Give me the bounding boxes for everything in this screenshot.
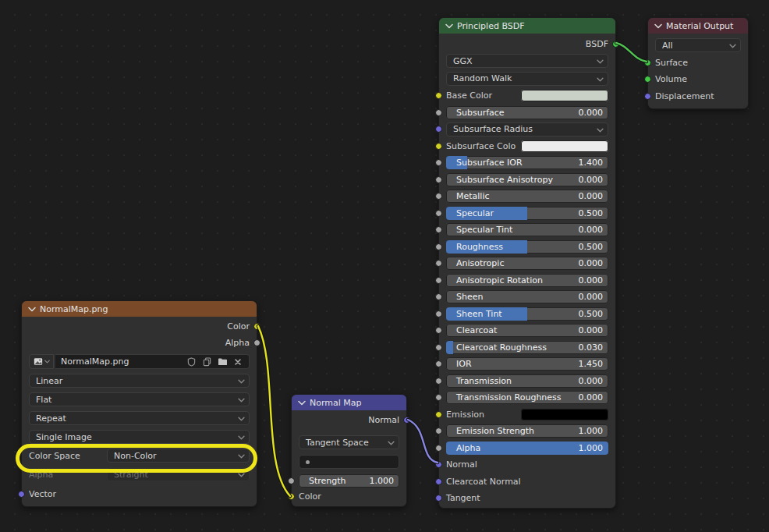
socket-sheen-tint-input[interactable] — [435, 310, 442, 317]
clearcoat-slider[interactable]: Clearcoat0.000 — [446, 324, 608, 337]
socket-alpha-input[interactable] — [435, 445, 442, 452]
socket-sheen-input[interactable] — [435, 293, 442, 300]
anisotropic-rotation-slider[interactable]: Anisotropic Rotation0.000 — [446, 274, 608, 287]
material-output-node-header[interactable]: Material Output — [648, 18, 748, 34]
subsurface-anisotropy-slider[interactable]: Subsurface Anisotropy0.000 — [446, 173, 608, 186]
alpha-label: Alpha — [456, 443, 480, 453]
subsurface-anisotropy-label: Subsurface Anisotropy — [456, 175, 553, 185]
normal-map-node-header[interactable]: Normal Map — [292, 395, 406, 410]
transmission-roughness-slider[interactable]: Transmission Roughness0.000 — [446, 391, 608, 404]
socket-emission-strength-input[interactable] — [435, 427, 442, 434]
linear-dropdown[interactable]: Linear — [29, 374, 250, 388]
target-dropdown-value: All — [662, 41, 673, 51]
strength-slider[interactable]: Strength1.000 — [299, 474, 399, 488]
socket-roughness-input[interactable] — [435, 243, 442, 250]
tangent-space-dropdown[interactable]: Tangent Space — [299, 435, 399, 449]
socket-clearcoat-normal-input[interactable] — [435, 478, 442, 485]
input-row-surface: Surface — [655, 56, 741, 69]
sheen-tint-value: 0.500 — [579, 309, 604, 319]
subsurface-colo-color-swatch[interactable] — [521, 140, 608, 152]
wire-color-outline — [258, 326, 290, 496]
socket-displacement-input[interactable] — [644, 93, 651, 100]
socket-base-color-input[interactable] — [435, 92, 442, 99]
socket-color-input[interactable] — [288, 493, 295, 500]
flat-dropdown[interactable]: Flat — [29, 392, 250, 406]
node-editor-canvas[interactable]: NormalMap.png ColorAlphaNormalMap.pngLin… — [0, 0, 769, 532]
material-output-node[interactable]: Material Output AllSurfaceVolumeDisplace… — [647, 17, 749, 109]
socket-emission-input[interactable] — [435, 411, 442, 418]
menu-row-flat: Flat — [29, 392, 250, 406]
principled-bsdf-node[interactable]: Principled BSDF BSDFGGXRandom WalkBase C… — [438, 17, 616, 509]
image-texture-node-header[interactable]: NormalMap.png — [22, 301, 257, 317]
sheen-slider[interactable]: Sheen0.000 — [446, 290, 608, 303]
sheen-tint-slider[interactable]: Sheen Tint0.500 — [446, 307, 608, 321]
metallic-slider[interactable]: Metallic0.000 — [446, 190, 608, 203]
normal-map-node[interactable]: Normal Map NormalTangent SpaceStrength1.… — [291, 394, 407, 507]
close-icon[interactable] — [230, 356, 246, 367]
socket-specular-input[interactable] — [435, 210, 442, 217]
base-color-color-swatch[interactable] — [521, 90, 608, 101]
socket-specular-tint-input[interactable] — [435, 226, 442, 233]
socket-clearcoat-input[interactable] — [435, 327, 442, 334]
copy-icon[interactable] — [199, 356, 214, 367]
param-row-anisotropic: Anisotropic0.000 — [446, 257, 608, 270]
socket-bsdf-output[interactable] — [612, 41, 619, 48]
socket-subsurface-radius-input[interactable] — [435, 126, 442, 133]
color-space-dropdown[interactable]: Non-Color — [107, 449, 250, 463]
socket-subsurface-ior-input[interactable] — [435, 159, 442, 166]
param-row-subsurface-radius: Subsurface Radius — [446, 122, 608, 136]
input-row-volume: Volume — [655, 73, 741, 86]
socket-strength-input[interactable] — [288, 477, 295, 484]
uv-map-field[interactable] — [299, 455, 399, 469]
socket-color-output[interactable] — [253, 323, 260, 330]
target-dropdown[interactable]: All — [655, 38, 741, 52]
socket-subsurface-colo-input[interactable] — [435, 143, 442, 150]
socket-anisotropic-input[interactable] — [435, 260, 442, 267]
distribution-dropdown[interactable]: GGX — [446, 54, 608, 68]
folder-icon[interactable] — [214, 356, 230, 367]
socket-anisotropic-rotation-input[interactable] — [435, 277, 442, 284]
socket-subsurface-anisotropy-input[interactable] — [435, 176, 442, 183]
socket-metallic-input[interactable] — [435, 193, 442, 200]
socket-transmission-roughness-input[interactable] — [435, 394, 442, 401]
socket-transmission-input[interactable] — [435, 378, 442, 385]
principled-bsdf-node-header[interactable]: Principled BSDF — [439, 18, 615, 34]
specular-tint-slider[interactable]: Specular Tint0.000 — [446, 223, 608, 236]
transmission-slider[interactable]: Transmission0.000 — [446, 374, 608, 388]
roughness-slider[interactable]: Roughness0.500 — [446, 240, 608, 254]
subsurface-method-dropdown[interactable]: Random Walk — [446, 72, 608, 86]
socket-alpha-output[interactable] — [253, 339, 260, 346]
collapse-chevron-icon[interactable] — [28, 307, 36, 312]
alpha-mode-dropdown[interactable]: Straight — [107, 467, 250, 481]
image-browse-button[interactable] — [29, 354, 54, 369]
ior-slider[interactable]: IOR1.450 — [446, 357, 608, 371]
collapse-chevron-icon[interactable] — [445, 23, 453, 29]
socket-clearcoat-roughness-input[interactable] — [435, 344, 442, 351]
alpha-slider[interactable]: Alpha1.000 — [446, 442, 608, 455]
socket-surface-input[interactable] — [644, 59, 651, 66]
subsurface-slider[interactable]: Subsurface0.000 — [446, 106, 608, 119]
single-image-dropdown[interactable]: Single Image — [29, 430, 250, 444]
image-texture-node[interactable]: NormalMap.png ColorAlphaNormalMap.pngLin… — [21, 300, 257, 507]
roughness-value: 0.500 — [579, 242, 604, 252]
collapse-chevron-icon[interactable] — [298, 400, 306, 406]
socket-normal-output[interactable] — [403, 417, 410, 424]
socket-vector-input[interactable] — [18, 491, 25, 498]
emission-color-swatch[interactable] — [521, 409, 608, 420]
shield-icon[interactable] — [183, 356, 199, 367]
socket-subsurface-input[interactable] — [435, 109, 442, 116]
emission-strength-slider[interactable]: Emission Strength1.000 — [446, 424, 608, 438]
collapse-chevron-icon[interactable] — [654, 23, 662, 29]
subsurface-method-dropdown-value: Random Walk — [453, 73, 512, 83]
subsurface-radius-dropdown[interactable]: Subsurface Radius — [446, 122, 608, 137]
clearcoat-roughness-slider[interactable]: Clearcoat Roughness0.030 — [446, 341, 608, 354]
repeat-dropdown[interactable]: Repeat — [29, 411, 250, 425]
socket-volume-input[interactable] — [644, 76, 651, 83]
socket-ior-input[interactable] — [435, 360, 442, 367]
socket-tangent-input[interactable] — [435, 495, 442, 502]
subsurface-ior-slider[interactable]: Subsurface IOR1.400 — [446, 156, 608, 169]
anisotropic-slider[interactable]: Anisotropic0.000 — [446, 257, 608, 270]
specular-slider[interactable]: Specular0.500 — [446, 207, 608, 220]
image-name-field[interactable]: NormalMap.png — [55, 354, 250, 369]
socket-normal-input[interactable] — [435, 461, 442, 468]
